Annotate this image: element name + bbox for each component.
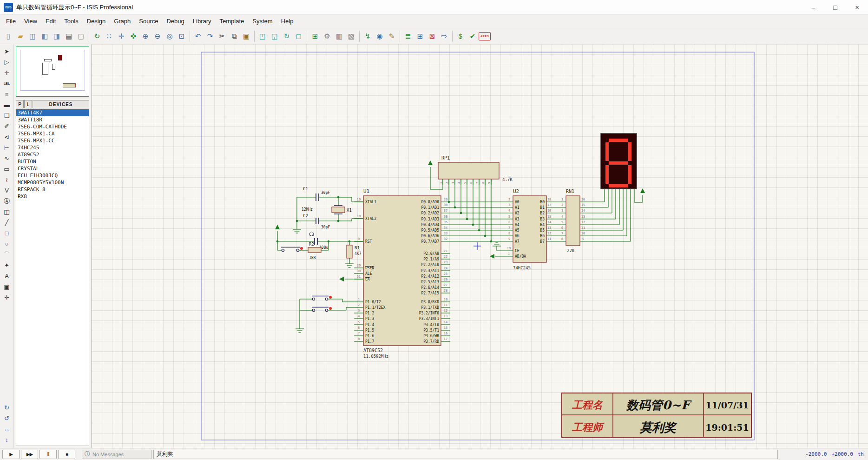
text-script-mode-icon[interactable]: ≡ [1, 89, 13, 100]
paste-icon[interactable]: ▣ [240, 30, 252, 42]
block-move-icon[interactable]: ◲ [269, 30, 281, 42]
virtual-instruments-mode-icon[interactable]: ◫ [1, 207, 13, 217]
capacitor-c3[interactable]: C3100u [309, 232, 328, 250]
new-sheet-icon[interactable]: ⊞ [414, 30, 426, 42]
save-file-icon[interactable]: ◫ [26, 30, 39, 42]
menu-library[interactable]: Library [189, 16, 216, 27]
editing-canvas[interactable]: C130pFC230pFC3100uX112MHzR14K7R218RU1AT8… [92, 44, 868, 448]
reset-button[interactable] [281, 247, 303, 252]
device-item-AT89C52[interactable]: AT89C52 [16, 151, 89, 158]
key-button-p11[interactable] [312, 307, 332, 312]
redo-icon[interactable]: ↷ [204, 30, 216, 42]
netlist-to-ares-icon[interactable]: ARES [479, 32, 491, 40]
search-and-tag-icon[interactable]: ◉ [374, 30, 386, 42]
device-item-RX8[interactable]: RX8 [16, 193, 89, 200]
device-item-BUTTON[interactable]: BUTTON [16, 158, 89, 165]
block-delete-icon[interactable]: ◻ [293, 30, 305, 42]
intersheet-terminal-mode-icon[interactable]: ⊲ [1, 132, 13, 142]
false-origin-icon[interactable]: ✛ [115, 30, 127, 42]
zoom-area-icon[interactable]: ⊡ [176, 30, 188, 42]
overview-map[interactable] [16, 47, 89, 97]
circle-2d-icon[interactable]: ○ [1, 239, 13, 249]
device-pin-mode-icon[interactable]: ⊢ [1, 142, 13, 153]
selection-pointer-icon[interactable]: ➤ [1, 46, 13, 57]
crystal-x1[interactable]: X112MHz [302, 206, 352, 214]
block-copy-icon[interactable]: ◰ [256, 30, 269, 42]
menu-template[interactable]: Template [216, 16, 249, 27]
respack-rp1[interactable]: RP14.7K123456789 [438, 155, 513, 185]
message-panel[interactable]: ⓘ No Messages [82, 450, 151, 459]
menu-system[interactable]: System [248, 16, 276, 27]
design-explorer-icon[interactable]: ≣ [402, 30, 414, 42]
device-item-7SEG-MPX1-CC[interactable]: 7SEG-MPX1-CC [16, 137, 89, 144]
menu-source[interactable]: Source [135, 16, 162, 27]
goto-sheet-icon[interactable]: ⇨ [438, 30, 450, 42]
bus-mode-icon[interactable]: ▬ [1, 100, 13, 110]
play-button[interactable]: ▶ [2, 450, 20, 459]
undo-icon[interactable]: ↶ [192, 30, 204, 42]
pause-button[interactable]: Ⅱ [39, 450, 57, 459]
stop-button[interactable]: ■ [58, 450, 75, 459]
seven-segment-display[interactable] [601, 133, 637, 189]
block-rotate-icon[interactable]: ↻ [281, 30, 293, 42]
wire-autorouter-icon[interactable]: ↯ [362, 30, 374, 42]
device-item-ECU-E1H300JCQ[interactable]: ECU-E1H300JCQ [16, 172, 89, 179]
resistor-r1[interactable]: R14K7 [347, 245, 362, 258]
menu-debug[interactable]: Debug [162, 16, 188, 27]
bill-of-materials-icon[interactable]: $ [454, 30, 467, 42]
capacitor-c1[interactable]: C130pF [303, 187, 330, 201]
center-at-cursor-icon[interactable]: ✜ [127, 30, 139, 42]
copy-icon[interactable]: ⧉ [228, 30, 240, 42]
wire-label-mode-icon[interactable]: LBL [1, 78, 13, 89]
current-probe-mode-icon[interactable]: Ⓐ [1, 196, 13, 207]
print-icon[interactable]: ▤ [63, 30, 75, 42]
rotate-anticlockwise-icon[interactable]: ↺ [1, 413, 13, 424]
maximize-button[interactable]: □ [824, 0, 846, 14]
resistor-network-rn1[interactable]: RN122011621531441351261171089 [561, 189, 585, 253]
menu-design[interactable]: Design [83, 16, 110, 27]
new-file-icon[interactable]: ▯ [2, 30, 14, 42]
device-item-MCMP0805Y5V100N[interactable]: MCMP0805Y5V100N [16, 179, 89, 186]
menu-help[interactable]: Help [277, 16, 298, 27]
menu-graph[interactable]: Graph [110, 16, 135, 27]
menu-tools[interactable]: Tools [60, 16, 82, 27]
menu-file[interactable]: File [2, 16, 20, 27]
minimize-button[interactable]: – [802, 0, 824, 14]
cut-icon[interactable]: ✂ [216, 30, 228, 42]
device-item-CRYSTAL[interactable]: CRYSTAL [16, 165, 89, 172]
packaging-tool-icon[interactable]: ▥ [333, 30, 345, 42]
open-folder-icon[interactable]: ▰ [14, 30, 26, 42]
remove-sheet-icon[interactable]: ⊠ [426, 30, 438, 42]
schematic-canvas[interactable]: C130pFC230pFC3100uX112MHzR14K7R218RU1AT8… [92, 44, 868, 448]
line-2d-icon[interactable]: ╱ [1, 217, 13, 228]
library-manager-button[interactable]: L [24, 100, 32, 108]
symbol-2d-icon[interactable]: ▣ [1, 281, 13, 292]
pick-device-icon[interactable]: ⊞ [309, 30, 321, 42]
electrical-rule-check-icon[interactable]: ✔ [467, 30, 479, 42]
mcu-u1[interactable]: U1AT89C5211.0592MHz19XTAL118XTAL29RST29P… [354, 188, 450, 359]
device-item-3WATT18R[interactable]: 3WATT18R [16, 116, 89, 123]
graph-mode-icon[interactable]: ∿ [1, 153, 13, 164]
text-2d-icon[interactable]: A [1, 271, 13, 281]
instant-edit-mode-icon[interactable]: ✐ [1, 121, 13, 132]
zoom-in-icon[interactable]: ⊕ [139, 30, 151, 42]
make-device-icon[interactable]: ⚙ [321, 30, 333, 42]
toggle-grid-icon[interactable]: ∷ [103, 30, 115, 42]
step-button[interactable]: ▶▶ [21, 450, 38, 459]
junction-dot-mode-icon[interactable]: ✛ [1, 67, 13, 78]
tape-recorder-mode-icon[interactable]: ▭ [1, 164, 13, 174]
path-2d-icon[interactable]: ✦ [1, 260, 13, 271]
menu-view[interactable]: View [20, 16, 41, 27]
component-mode-icon[interactable]: ▷ [1, 57, 13, 67]
buffer-u2[interactable]: U274HC2452A03A14A25A36A47A58A69A718B017B… [507, 188, 551, 270]
redraw-icon[interactable]: ↻ [91, 30, 103, 42]
close-button[interactable]: × [846, 0, 868, 14]
mirror-vertical-icon[interactable]: ↕ [1, 434, 13, 445]
rotate-clockwise-icon[interactable]: ↻ [1, 402, 13, 413]
capacitor-c2[interactable]: C230pF [303, 213, 330, 229]
menu-edit[interactable]: Edit [41, 16, 60, 27]
marker-2d-icon[interactable]: ✛ [1, 292, 13, 303]
subcircuit-mode-icon[interactable]: ❏ [1, 110, 13, 121]
zoom-all-icon[interactable]: ◎ [164, 30, 176, 42]
export-section-icon[interactable]: ◨ [51, 30, 63, 42]
